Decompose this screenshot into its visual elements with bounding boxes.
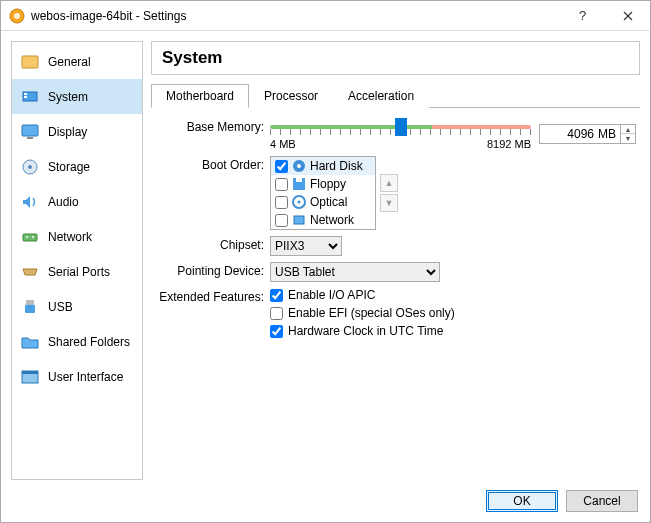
help-button[interactable]: ? [560,1,605,30]
svg-rect-14 [25,305,35,313]
close-button[interactable] [605,1,650,30]
svg-rect-10 [23,234,37,241]
sidebar-item-ui[interactable]: User Interface [12,359,142,394]
sidebar-label: Display [48,125,87,139]
sidebar-item-network[interactable]: Network [12,219,142,254]
spin-down[interactable]: ▼ [621,134,635,143]
ext-efi-check[interactable] [270,307,283,320]
ext-utc-check[interactable] [270,325,283,338]
boot-check-optical[interactable] [275,196,288,209]
sidebar-item-usb[interactable]: USB [12,289,142,324]
boot-label: Optical [310,195,347,209]
floppy-icon [292,177,306,191]
row-chipset: Chipset: PIIX3 [155,236,636,256]
tab-processor[interactable]: Processor [249,84,333,108]
sidebar-label: Shared Folders [48,335,130,349]
boot-label: Floppy [310,177,346,191]
ok-button[interactable]: OK [486,490,558,512]
slider-thumb[interactable] [395,118,407,136]
boot-item-network[interactable]: Network [271,211,375,229]
boot-item-harddisk[interactable]: Hard Disk [271,157,375,175]
boot-move-up[interactable]: ▲ [380,174,398,192]
network-icon [20,227,40,247]
base-memory-spinbox[interactable]: MB ▲ ▼ [539,124,636,144]
spin-up[interactable]: ▲ [621,125,635,134]
ext-label: Enable EFI (special OSes only) [288,306,455,320]
boot-order-list[interactable]: Hard Disk Floppy Optical [270,156,376,230]
network-small-icon [292,213,306,227]
svg-point-12 [32,236,34,238]
svg-rect-7 [27,137,33,139]
slider-max-label: 8192 MB [487,138,531,150]
boot-item-optical[interactable]: Optical [271,193,375,211]
base-memory-unit: MB [596,127,620,141]
ext-ioapic-check[interactable] [270,289,283,302]
usb-icon [20,297,40,317]
pointing-label: Pointing Device: [155,262,270,278]
boot-check-floppy[interactable] [275,178,288,191]
folder-icon [20,332,40,352]
boot-label: Network [310,213,354,227]
svg-rect-16 [22,371,38,374]
svg-rect-20 [296,178,302,182]
main-panel: System Motherboard Processor Acceleratio… [151,41,640,480]
audio-icon [20,192,40,212]
titlebar: webos-image-64bit - Settings ? [1,1,650,31]
general-icon [20,52,40,72]
boot-move-down[interactable]: ▼ [380,194,398,212]
page-title: System [162,48,629,68]
sidebar-label: USB [48,300,73,314]
serial-icon [20,262,40,282]
sidebar-label: Storage [48,160,90,174]
ui-icon [20,367,40,387]
pointing-select[interactable]: USB Tablet [270,262,440,282]
chipset-select[interactable]: PIIX3 [270,236,342,256]
row-pointing: Pointing Device: USB Tablet [155,262,636,282]
svg-point-22 [298,201,301,204]
ext-efi[interactable]: Enable EFI (special OSes only) [270,306,455,320]
dialog-footer: OK Cancel [1,480,650,522]
form-area: Base Memory: 4 MB 8192 MB [151,108,640,352]
tab-acceleration[interactable]: Acceleration [333,84,429,108]
sidebar-label: Network [48,230,92,244]
tab-strip: Motherboard Processor Acceleration [151,83,640,108]
sidebar-item-audio[interactable]: Audio [12,184,142,219]
sidebar-item-system[interactable]: System [12,79,142,114]
sidebar-item-shared[interactable]: Shared Folders [12,324,142,359]
system-icon [20,87,40,107]
boot-order-arrows: ▲ ▼ [380,174,398,212]
storage-icon [20,157,40,177]
extended-label: Extended Features: [155,288,270,304]
svg-rect-2 [22,56,38,68]
cancel-button[interactable]: Cancel [566,490,638,512]
sidebar-item-display[interactable]: Display [12,114,142,149]
base-memory-slider[interactable]: 4 MB 8192 MB [270,118,531,150]
base-memory-input[interactable] [540,126,596,142]
svg-point-1 [14,13,20,19]
sidebar-label: User Interface [48,370,123,384]
row-extended: Extended Features: Enable I/O APIC Enabl… [155,288,636,342]
base-memory-label: Base Memory: [155,118,270,134]
sidebar-label: General [48,55,91,69]
sidebar-label: System [48,90,88,104]
settings-window: webos-image-64bit - Settings ? General S… [0,0,651,523]
harddisk-icon [292,159,306,173]
sidebar-label: Audio [48,195,79,209]
ext-utc[interactable]: Hardware Clock in UTC Time [270,324,443,338]
sidebar-label: Serial Ports [48,265,110,279]
ext-label: Enable I/O APIC [288,288,375,302]
svg-rect-5 [24,96,27,98]
boot-check-network[interactable] [275,214,288,227]
ext-ioapic[interactable]: Enable I/O APIC [270,288,375,302]
svg-rect-13 [26,300,34,305]
boot-check-harddisk[interactable] [275,160,288,173]
svg-point-9 [28,165,32,169]
boot-label: Hard Disk [310,159,363,173]
svg-rect-23 [294,216,304,224]
boot-item-floppy[interactable]: Floppy [271,175,375,193]
tab-motherboard[interactable]: Motherboard [151,84,249,108]
slider-min-label: 4 MB [270,138,296,150]
sidebar-item-general[interactable]: General [12,44,142,79]
sidebar-item-storage[interactable]: Storage [12,149,142,184]
sidebar-item-serial[interactable]: Serial Ports [12,254,142,289]
